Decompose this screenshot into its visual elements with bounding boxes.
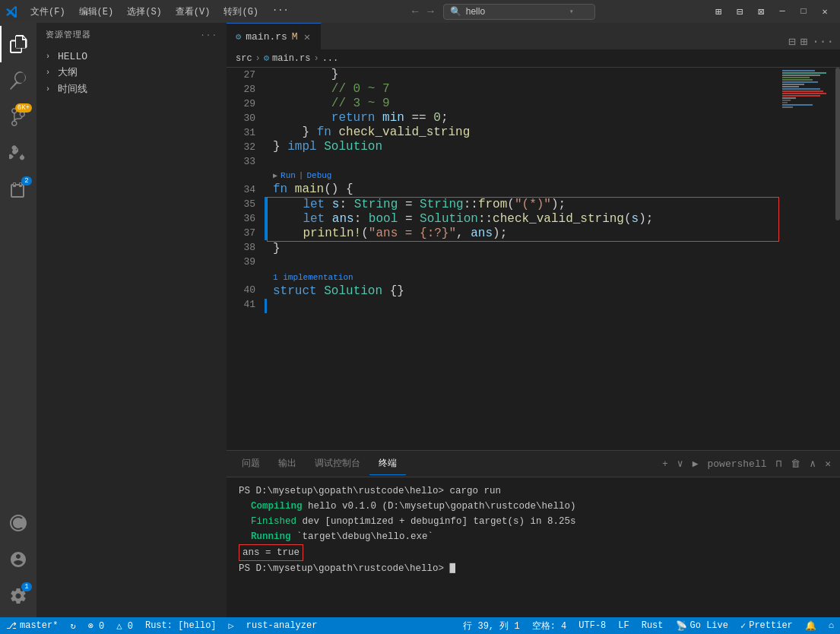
code-line-37: println!("ans = {:?}", ans); [268,227,778,241]
panel-split-terminal[interactable]: ⊓ [773,456,785,471]
code-line-34: fn main() { [267,182,779,197]
search-bar[interactable]: 🔍 ▾ [443,4,595,20]
line-number-29: 29 [227,97,255,111]
activity-explorer[interactable] [0,26,36,62]
status-errors[interactable]: ⊗ 0 [82,617,111,634]
panel-tab-actions: + ∨ ▶ powershell ⊓ 🗑 ∧ ✕ [659,456,834,471]
impl-link[interactable]: 1 implementation [273,273,353,282]
status-language[interactable]: Rust [636,617,670,634]
search-icon: 🔍 [450,6,461,17]
breadcrumb-sep-2: › [313,53,319,64]
accent-bar-2 [265,299,267,313]
tab-modified-indicator: M [292,31,298,43]
panel-dropdown-button[interactable]: ∨ [674,456,686,471]
line-number-run-debug [227,169,255,182]
status-sync[interactable]: ↻ [64,617,81,634]
status-notifications[interactable]: 🔔 [799,617,823,634]
editor-layout-button[interactable]: ⊞ [800,34,808,49]
antenna-icon: 📡 [676,620,687,632]
highlight-box: let s: String = String::from("(*)"); let… [267,197,779,242]
panel-tab-problems[interactable]: 问题 [233,452,269,475]
panel-add-button[interactable]: + [659,457,671,471]
sidebar-more-button[interactable]: ··· [200,30,217,40]
sidebar-item-outline[interactable]: › 大纲 [36,64,227,81]
status-remote[interactable]: ⌂ [823,617,840,634]
title-bar: 文件(F) 编辑(E) 选择(S) 查看(V) 转到(G) ··· ← → 🔍 … [0,0,840,23]
activity-search[interactable] [0,62,36,99]
editor-more-button[interactable]: ··· [812,35,834,49]
nav-forward-button[interactable]: → [424,4,436,19]
sidebar-item-timeline[interactable]: › 时间线 [36,81,227,97]
panel-tabs: 问题 输出 调试控制台 终端 + ∨ ▶ powershell ⊓ 🗑 ∧ ✕ [227,451,840,477]
breadcrumb-main-rs[interactable]: main.rs [272,53,310,64]
status-language-label: Rust [642,620,664,631]
status-rust-label: Rust: [hello] [145,620,217,631]
panel-tab-terminal[interactable]: 终端 [369,452,406,475]
status-prettier[interactable]: ✓ Prettier [734,617,799,634]
title-bar-left: 文件(F) 编辑(E) 选择(S) 查看(V) 转到(G) ··· [6,4,295,20]
activity-extensions[interactable]: 2 [0,172,36,208]
run-link[interactable]: Run [281,171,296,180]
line-number-34: 34 [227,182,255,197]
panel-tab-output[interactable]: 输出 [269,452,306,475]
menu-bar: 文件(F) 编辑(E) 选择(S) 查看(V) 转到(G) ··· [24,4,295,20]
line-number-32: 32 [227,140,255,154]
activity-account[interactable] [0,541,36,578]
status-go-live[interactable]: 📡 Go Live [670,617,734,634]
code-line-38: } [267,242,779,256]
status-encoding[interactable]: UTF-8 [572,617,612,634]
menu-goto[interactable]: 转到(G) [217,4,265,20]
status-indentation[interactable]: 空格: 4 [526,617,573,634]
tab-close-button[interactable]: ✕ [303,29,312,45]
activity-settings[interactable]: 1 [0,578,36,614]
status-rust-analyzer[interactable]: rust-analyzer [240,617,324,634]
breadcrumb-ellipsis[interactable]: ... [322,53,339,64]
activity-run-debug[interactable] [0,135,36,172]
tree-arrow-timeline: › [46,85,55,94]
panel-terminal-icon: ▶ [689,456,702,471]
menu-view[interactable]: 查看(V) [170,4,217,20]
activity-remote[interactable] [0,505,36,541]
debug-link[interactable]: Debug [306,171,331,180]
title-bar-right: ⊞ ⊟ ⊠ — □ ✕ [709,2,834,21]
menu-more[interactable]: ··· [266,4,295,20]
layout-toggle-2[interactable]: ⊟ [731,2,749,21]
search-input[interactable] [466,6,565,17]
breadcrumb-src[interactable]: src [236,53,252,64]
line-number-27: 27 [227,68,255,82]
maximize-button[interactable]: □ [794,2,813,21]
close-button[interactable]: ✕ [816,2,834,21]
minimize-button[interactable]: — [773,2,791,21]
panel-collapse-button[interactable]: ∧ [807,456,819,471]
terminal-line-prompt2: PS D:\mysetup\gopath\rustcode\hello> █ [239,561,828,576]
menu-file[interactable]: 文件(F) [24,4,71,20]
line-number-37: 37 [227,226,255,240]
minimap-thumb[interactable] [835,68,840,220]
status-warnings[interactable]: △ 0 [110,617,139,634]
search-dropdown-icon[interactable]: ▾ [569,7,574,16]
menu-edit[interactable]: 编辑(E) [73,4,120,20]
terminal-content[interactable]: PS D:\mysetup\gopath\rustcode\hello> car… [227,477,840,617]
code-line-36: let ans: bool = Solution::check_valid_st… [268,212,778,227]
status-line-ending[interactable]: LF [612,617,635,634]
panel-delete-terminal[interactable]: 🗑 [788,457,804,471]
code-lines[interactable]: } // 0 ~ 7 // 3 ~ 9 return min == 0; } f… [267,68,779,450]
panel-close-button[interactable]: ✕ [822,456,834,471]
status-branch[interactable]: ⎇ master* [0,617,64,634]
layout-toggle-1[interactable]: ⊞ [709,2,727,21]
activity-source-control[interactable]: 6K+ [0,99,36,135]
sidebar-title: 资源管理器 [46,29,91,40]
status-cursor-position[interactable]: 行 39, 列 1 [457,617,525,634]
terminal-prompt-2: PS D:\mysetup\gopath\rustcode\hello> [239,563,444,574]
panel-tab-debug-console[interactable]: 调试控制台 [306,452,369,475]
layout-toggle-3[interactable]: ⊠ [752,2,770,21]
status-go-live-label: Go Live [690,620,728,631]
nav-back-button[interactable]: ← [409,4,421,19]
status-run-icon[interactable]: ▷ [223,617,240,634]
panel-terminal-label[interactable]: powershell [705,457,770,471]
sidebar-item-hello[interactable]: › HELLO [36,49,227,64]
editor-tab-main-rs[interactable]: ⚙ main.rs M ✕ [227,23,322,49]
status-rust-project[interactable]: Rust: [hello] [139,617,223,634]
menu-select[interactable]: 选择(S) [121,4,168,20]
split-editor-button[interactable]: ⊟ [788,34,796,49]
